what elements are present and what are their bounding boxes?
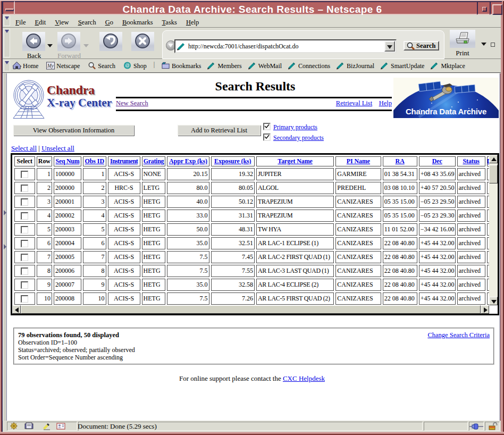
svg-text:Chandra Data Archive: Chandra Data Archive: [406, 107, 486, 116]
svg-text:My: My: [47, 63, 54, 69]
svg-text:@: @: [125, 63, 130, 68]
